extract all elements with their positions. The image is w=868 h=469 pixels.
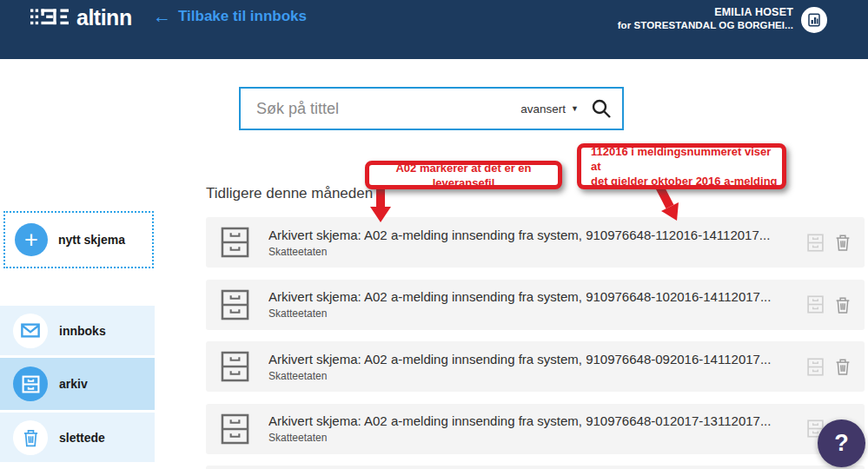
archive-row-title[interactable]: Arkivert skjema: A02 a-melding innsendin… [268, 288, 807, 305]
archive-cabinet-icon [221, 351, 249, 382]
annotation-text-line1: 112016 i meldingsnummeret viser at [591, 144, 782, 174]
chevron-down-icon: ▼ [571, 104, 579, 113]
archive-row-title[interactable]: Arkivert skjema: A02 a-melding innsendin… [268, 413, 807, 429]
archive-row-agency: Skatteetaten [268, 307, 807, 320]
archive-row-agency: Skatteetaten [268, 431, 807, 445]
advanced-search-toggle[interactable]: avansert ▼ [520, 102, 579, 116]
page: altinn ← Tilbake til innboks EMILIA HOSE… [0, 0, 868, 469]
trash-icon [13, 420, 48, 455]
question-mark-icon: ? [834, 430, 849, 457]
sidebar-item-label: arkiv [59, 377, 88, 391]
sidebar-item-inbox[interactable]: innboks [0, 306, 155, 355]
altinn-logo[interactable]: altinn [30, 7, 132, 28]
archive-row[interactable]: Arkivert skjema: A02 a-melding innsendin… [206, 404, 865, 454]
archive-row[interactable]: Arkivert skjema: A02 a-melding innsendin… [206, 280, 865, 330]
help-button[interactable]: ? [818, 419, 865, 467]
archive-row-text: Arkivert skjema: A02 a-melding innsendin… [268, 413, 807, 445]
inbox-envelope-icon [13, 314, 48, 348]
sidebar-item-deleted[interactable]: slettede [0, 413, 155, 462]
move-to-archive-button[interactable] [807, 234, 824, 252]
user-menu[interactable]: EMILIA HOSET for STORESTANDAL OG BORGHEI… [618, 5, 827, 33]
sidebar-item-label: innboks [59, 324, 106, 338]
app-header: altinn ← Tilbake til innboks EMILIA HOSE… [0, 0, 868, 59]
archive-row[interactable]: Arkivert skjema: A02 a-melding innsendin… [206, 217, 865, 268]
archive-row-actions [807, 295, 851, 314]
archive-row-title[interactable]: Arkivert skjema: A02 a-melding innsendin… [268, 227, 807, 243]
advanced-search-label: avansert [520, 102, 566, 116]
annotation-callout-112016: 112016 i meldingsnummeret viser at det g… [577, 143, 786, 189]
search-icon [591, 98, 612, 119]
new-form-label: nytt skjema [58, 233, 125, 247]
archive-list: Arkivert skjema: A02 a-melding innsendin… [206, 217, 865, 466]
sidebar-item-archive[interactable]: arkiv [0, 358, 155, 410]
new-form-button[interactable]: + nytt skjema [3, 211, 154, 268]
archive-cabinet-icon [221, 413, 249, 445]
archive-row[interactable]: Arkivert skjema: A02 a-melding innsendin… [206, 341, 865, 392]
archive-row-actions [807, 357, 851, 376]
section-heading: Tidligere denne måneden [206, 185, 373, 202]
back-to-inbox-link[interactable]: ← Tilbake til innboks [153, 8, 307, 25]
archive-row-text: Arkivert skjema: A02 a-melding innsendin… [268, 227, 807, 259]
archive-cabinet-icon [13, 367, 48, 401]
back-arrow-icon: ← [153, 9, 171, 24]
altinn-logo-icon [30, 7, 69, 28]
organization-avatar [801, 7, 827, 33]
building-icon [806, 12, 822, 28]
annotation-text-line2: det gjelder oktober 2016 a-melding [591, 174, 782, 188]
user-org: for STORESTANDAL OG BORGHEI... [618, 19, 793, 32]
search-button[interactable] [591, 98, 612, 119]
archive-row-agency: Skatteetaten [268, 245, 807, 259]
back-link-label: Tilbake til innboks [178, 8, 307, 25]
delete-row-button[interactable] [835, 357, 851, 376]
archive-row-text: Arkivert skjema: A02 a-melding innsendin… [268, 351, 807, 383]
move-to-archive-button[interactable] [807, 358, 824, 376]
search-bar: avansert ▼ [239, 87, 624, 130]
plus-icon: + [15, 223, 48, 256]
archive-row-title[interactable]: Arkivert skjema: A02 a-melding innsendin… [268, 351, 807, 367]
delete-row-button[interactable] [835, 233, 851, 252]
archive-row-actions [807, 233, 851, 252]
sidebar-item-label: slettede [59, 431, 105, 445]
archive-row-agency: Skatteetaten [268, 369, 807, 383]
annotation-callout-a02: A02 markerer at det er en leveransefil [365, 161, 562, 189]
archive-row-partial[interactable] [206, 466, 865, 469]
search-input[interactable] [241, 89, 520, 129]
archive-cabinet-icon [221, 227, 249, 258]
archive-row-text: Arkivert skjema: A02 a-melding innsendin… [268, 288, 807, 320]
move-to-archive-button[interactable] [807, 295, 824, 314]
annotation-text: A02 markerer at det er en leveransefil [369, 161, 558, 190]
altinn-logo-text: altinn [76, 7, 132, 28]
delete-row-button[interactable] [835, 295, 851, 314]
user-name: EMILIA HOSET [618, 5, 793, 19]
archive-cabinet-icon [221, 289, 249, 320]
